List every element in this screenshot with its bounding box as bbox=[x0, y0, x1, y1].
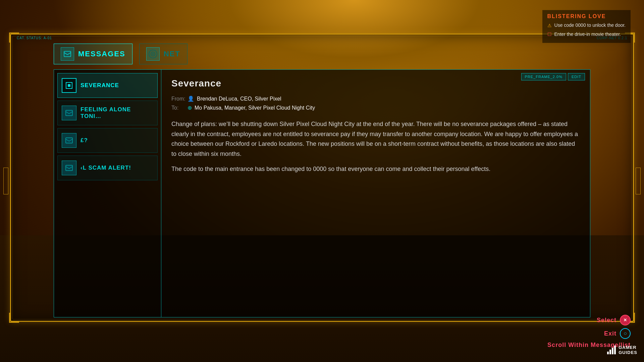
corner-bl bbox=[9, 313, 19, 323]
message-item-feeling-alone[interactable]: FEELING ALONE TONI… bbox=[57, 101, 158, 125]
content-area: Severance FEELING ALONE TONI… bbox=[54, 69, 590, 317]
messages-tab-label: Messages bbox=[78, 50, 125, 58]
bar-1 bbox=[607, 352, 609, 354]
tab-bar: Messages Net bbox=[54, 44, 590, 64]
message-meta: From: 👤 Brendan DeLuca, CEO, Silver Pixe… bbox=[171, 96, 580, 111]
message-detail: PRE_FRAME_2.0% EDIT Severance From: 👤 Br… bbox=[161, 70, 590, 317]
watermark-bars bbox=[607, 346, 616, 354]
message-title-severance: Severance bbox=[80, 82, 119, 89]
bar-4 bbox=[614, 346, 616, 354]
svg-rect-5 bbox=[66, 138, 72, 143]
bar-2 bbox=[609, 350, 611, 354]
watermark-gamer: GAMER bbox=[619, 345, 637, 350]
message-list[interactable]: Severance FEELING ALONE TONI… bbox=[54, 70, 161, 317]
right-edge-decoration bbox=[636, 168, 641, 194]
quest-objective-1-text: Use code 0000 to unlock the door. bbox=[554, 22, 626, 29]
watermark: GAMER GUIDES bbox=[607, 345, 637, 355]
quest-objective-2: ☐ Enter the drive-in movie theater. bbox=[547, 31, 626, 38]
control-row-select: Select × bbox=[597, 315, 631, 325]
message-body: Change of plans: we’ll be shutting down … bbox=[171, 119, 580, 174]
person-icon: 👤 bbox=[187, 96, 194, 102]
exit-button[interactable]: ○ bbox=[620, 328, 631, 339]
message-item-question[interactable]: £? bbox=[57, 128, 158, 153]
active-icon-inner bbox=[66, 82, 72, 89]
ui-container: Messages Net Severance bbox=[54, 44, 590, 315]
message-icon-question bbox=[62, 133, 76, 148]
x-icon: × bbox=[624, 317, 627, 323]
message-item-severance[interactable]: Severance bbox=[57, 73, 158, 98]
message-title-feeling-alone: FEELING ALONE TONI… bbox=[80, 106, 153, 120]
warning-icon: ⚠ bbox=[547, 22, 552, 29]
message-subject: Severance bbox=[171, 78, 580, 89]
detail-btn-edit[interactable]: EDIT bbox=[568, 73, 585, 80]
detail-btn-pre-frame[interactable]: PRE_FRAME_2.0% bbox=[521, 73, 566, 80]
messages-tab-icon bbox=[61, 47, 74, 61]
tab-net[interactable]: Net bbox=[139, 44, 187, 64]
net-tab-label: Net bbox=[164, 50, 180, 58]
message-title-scam: ‹L SCAM ALERT! bbox=[80, 165, 131, 171]
message-item-scam[interactable]: ‹L SCAM ALERT! bbox=[57, 156, 158, 180]
quest-objective-1: ⚠ Use code 0000 to unlock the door. bbox=[547, 22, 626, 29]
svg-rect-6 bbox=[66, 165, 72, 171]
body-paragraph-1: Change of plans: we’ll be shutting down … bbox=[171, 119, 580, 159]
select-button[interactable]: × bbox=[620, 315, 631, 325]
svg-point-3 bbox=[152, 53, 154, 55]
from-label: From: bbox=[171, 96, 185, 102]
select-label: Select bbox=[597, 317, 616, 324]
watermark-text: GAMER GUIDES bbox=[619, 345, 637, 355]
net-tab-icon bbox=[146, 47, 160, 61]
quest-objective-2-text: Enter the drive-in movie theater. bbox=[554, 31, 621, 38]
tab-corner bbox=[129, 61, 132, 64]
quest-title: BLISTERING LOVE bbox=[547, 13, 626, 19]
svg-rect-0 bbox=[64, 51, 71, 57]
control-row-exit: Exit ○ bbox=[604, 328, 631, 339]
target-icon: ⊕ bbox=[187, 105, 192, 111]
meta-row-to: To: ⊕ Mo Pakusa, Manager, Silver Pixel C… bbox=[171, 105, 580, 111]
from-value: Brendan DeLuca, CEO, Silver Pixel bbox=[197, 96, 281, 102]
meta-row-from: From: 👤 Brendan DeLuca, CEO, Silver Pixe… bbox=[171, 96, 580, 102]
bar-3 bbox=[612, 348, 613, 354]
message-title-question: £? bbox=[80, 137, 88, 144]
tab-messages[interactable]: Messages bbox=[54, 44, 132, 64]
message-icon-severance bbox=[62, 78, 76, 93]
exit-label: Exit bbox=[604, 330, 616, 337]
message-icon-feeling-alone bbox=[62, 106, 76, 120]
bottom-right-controls: Select × Exit ○ Scroll Within Message/li… bbox=[547, 315, 631, 349]
detail-top-controls: PRE_FRAME_2.0% EDIT bbox=[521, 73, 585, 80]
left-edge-decoration bbox=[3, 168, 8, 194]
to-value: Mo Pakusa, Manager, Silver Pixel Cloud N… bbox=[195, 105, 315, 111]
checkbox-icon: ☐ bbox=[547, 31, 552, 38]
message-icon-scam bbox=[62, 161, 76, 175]
circle-icon: ○ bbox=[624, 330, 627, 337]
hud-top-left: CAT. STATUS: A-01 bbox=[17, 36, 52, 40]
body-paragraph-2: The code to the main entrance has been c… bbox=[171, 164, 580, 174]
to-label: To: bbox=[171, 105, 185, 111]
quest-tracker: BLISTERING LOVE ⚠ Use code 0000 to unloc… bbox=[542, 10, 631, 43]
watermark-guides: GUIDES bbox=[619, 350, 637, 355]
svg-rect-4 bbox=[66, 110, 72, 116]
